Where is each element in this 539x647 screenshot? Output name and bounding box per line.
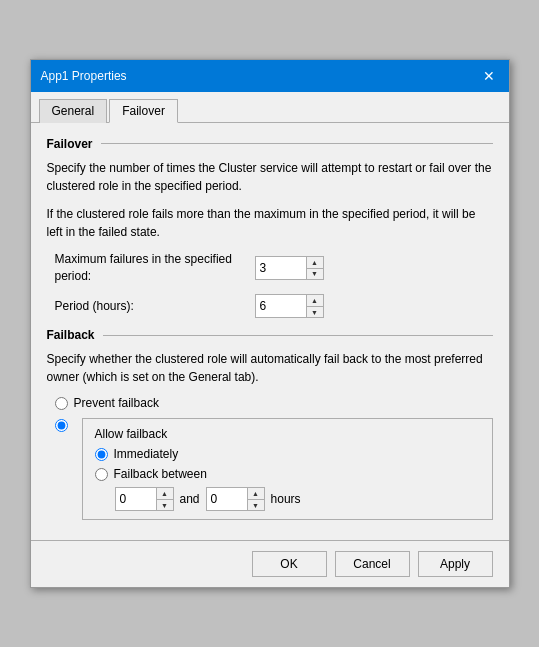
allow-failback-box: Allow failback Immediately Failback betw… — [82, 418, 493, 520]
tab-bar: General Failover — [31, 92, 509, 123]
max-failures-row: Maximum failures in the specified period… — [47, 251, 493, 285]
failback-to-down-button[interactable]: ▼ — [248, 499, 264, 510]
immediately-radio[interactable] — [95, 448, 108, 461]
failback-divider-line — [103, 335, 493, 336]
dialog-title: App1 Properties — [41, 69, 127, 83]
immediately-row: Immediately — [95, 447, 480, 461]
max-failures-up-button[interactable]: ▲ — [307, 257, 323, 268]
failover-description1: Specify the number of times the Cluster … — [47, 159, 493, 195]
failback-to-up-button[interactable]: ▲ — [248, 488, 264, 499]
failover-divider-line — [101, 143, 493, 144]
failback-to-spinner-buttons: ▲ ▼ — [247, 488, 264, 510]
period-row: Period (hours): ▲ ▼ — [47, 294, 493, 318]
prevent-failback-label[interactable]: Prevent failback — [74, 396, 159, 410]
failback-from-input[interactable] — [116, 488, 156, 510]
allow-failback-header-row: Allow failback — [95, 427, 480, 441]
failback-to-input[interactable] — [207, 488, 247, 510]
failover-heading: Failover — [47, 137, 93, 151]
period-input[interactable] — [256, 295, 306, 317]
cancel-button[interactable]: Cancel — [335, 551, 410, 577]
period-spinner[interactable]: ▲ ▼ — [255, 294, 324, 318]
max-failures-label: Maximum failures in the specified period… — [55, 251, 255, 285]
title-bar: App1 Properties ✕ — [31, 60, 509, 92]
and-label: and — [180, 492, 200, 506]
period-up-button[interactable]: ▲ — [307, 295, 323, 306]
allow-failback-box-label: Allow failback — [95, 427, 168, 441]
allow-failback-row: Allow failback Immediately Failback betw… — [55, 416, 493, 520]
failback-to-spinner[interactable]: ▲ ▼ — [206, 487, 265, 511]
failback-between-row-radio: Failback between — [95, 467, 480, 481]
failback-from-down-button[interactable]: ▼ — [157, 499, 173, 510]
failback-from-up-button[interactable]: ▲ — [157, 488, 173, 499]
failback-between-label[interactable]: Failback between — [114, 467, 207, 481]
period-label: Period (hours): — [55, 298, 255, 315]
max-failures-spinner[interactable]: ▲ ▼ — [255, 256, 324, 280]
prevent-failback-radio[interactable] — [55, 397, 68, 410]
tab-general[interactable]: General — [39, 99, 108, 123]
allow-failback-radio[interactable] — [55, 419, 68, 432]
failback-between-spinners-row: ▲ ▼ and ▲ ▼ — [95, 487, 480, 511]
failback-from-spinner[interactable]: ▲ ▼ — [115, 487, 174, 511]
tab-failover[interactable]: Failover — [109, 99, 178, 123]
period-down-button[interactable]: ▼ — [307, 306, 323, 317]
failover-description2: If the clustered role fails more than th… — [47, 205, 493, 241]
max-failures-spinner-buttons: ▲ ▼ — [306, 257, 323, 279]
failback-heading: Failback — [47, 328, 95, 342]
failback-from-spinner-buttons: ▲ ▼ — [156, 488, 173, 510]
max-failures-down-button[interactable]: ▼ — [307, 268, 323, 279]
period-spinner-buttons: ▲ ▼ — [306, 295, 323, 317]
app1-properties-dialog: App1 Properties ✕ General Failover Failo… — [30, 59, 510, 589]
failback-description: Specify whether the clustered role will … — [47, 350, 493, 386]
failover-section-header: Failover — [47, 137, 493, 151]
close-button[interactable]: ✕ — [479, 66, 499, 86]
allow-failback-container: Allow failback Immediately Failback betw… — [74, 416, 493, 520]
failback-section-header: Failback — [47, 328, 493, 342]
tab-content: Failover Specify the number of times the… — [31, 123, 509, 541]
prevent-failback-row: Prevent failback — [55, 396, 493, 410]
hours-label: hours — [271, 492, 301, 506]
apply-button[interactable]: Apply — [418, 551, 493, 577]
button-bar: OK Cancel Apply — [31, 540, 509, 587]
failback-between-radio[interactable] — [95, 468, 108, 481]
immediately-label[interactable]: Immediately — [114, 447, 179, 461]
max-failures-input[interactable] — [256, 257, 306, 279]
ok-button[interactable]: OK — [252, 551, 327, 577]
failback-radio-group: Prevent failback Allow failback Immediat… — [47, 396, 493, 520]
